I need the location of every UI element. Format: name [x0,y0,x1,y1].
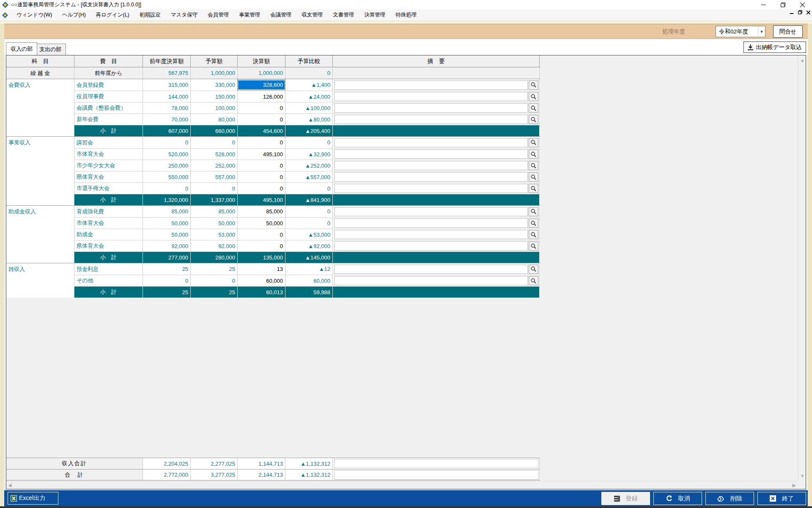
settlement-amount-cell[interactable]: 0 [238,240,285,251]
search-button[interactable] [529,149,538,159]
settlement-amount-cell[interactable]: 85,000 [238,206,285,217]
scroll-up-icon[interactable]: ▲ [800,58,805,63]
table-row: 市体育大会50,00050,00050,0000 [74,217,540,229]
menu-item[interactable]: 事業管理 [234,10,265,20]
menu-item[interactable]: ヘルプ(H) [57,10,91,20]
menu-item[interactable]: 収支管理 [296,10,328,20]
settlement-amount-cell[interactable]: 50,000 [238,218,285,229]
subtotal-row: 小 計607,000660,000454,600▲205,400 [74,125,540,136]
settlement-amount-cell[interactable]: 0 [238,183,285,194]
search-button[interactable] [529,230,538,239]
remarks-cell [333,171,540,182]
menu-item[interactable]: 決算管理 [359,10,390,20]
account-group: 事業収入講習会0000市体育大会520,000528,000495,100▲32… [6,136,540,205]
column-header: 科 目 [6,55,74,67]
search-button[interactable] [529,276,538,285]
remarks-input[interactable] [334,172,528,182]
search-button[interactable] [529,207,538,216]
vertical-scrollbar[interactable]: ▲ ▼ [798,55,806,481]
remarks-input[interactable] [334,207,528,216]
menu-item[interactable]: 会員管理 [203,10,234,20]
settlement-amount-cell[interactable]: 60,000 [238,275,285,286]
search-button[interactable] [529,218,538,228]
remarks-cell [333,275,540,286]
menu-item[interactable]: 初期設定 [134,10,166,20]
value-cell: 92,000 [191,240,238,251]
value-cell: 0 [191,183,238,194]
settlement-amount-cell[interactable]: 0 [238,114,285,125]
total-value-cell: 2,204,025 [143,458,191,469]
settlement-amount-cell[interactable]: 126,000 [238,91,285,102]
caret-down-icon[interactable]: ▼ [758,26,765,37]
remarks-input[interactable] [334,138,528,147]
search-button[interactable] [529,184,538,193]
value-cell: 150,000 [191,91,238,102]
horizontal-scrollbar[interactable]: ◀ ▶ [6,481,798,489]
cashbook-import-button[interactable]: 出納帳データ取込 [743,41,806,53]
exit-button[interactable]: 終了 [757,492,806,505]
inquiry-button[interactable]: 問合せ [773,25,803,38]
menu-item[interactable]: 会議管理 [265,10,296,20]
excel-export-button[interactable]: Excel出力 [8,492,58,505]
mdi-close-button[interactable] [807,11,810,14]
menu-item[interactable]: 文書管理 [328,10,359,20]
settlement-amount-cell[interactable]: 0 [238,229,285,240]
search-button[interactable] [529,80,538,90]
year-dropdown[interactable]: 令和02年度 ▼ [716,26,765,37]
mdi-minimize-button[interactable] [790,11,794,14]
remarks-input[interactable] [334,92,528,101]
restore-button[interactable] [773,0,793,9]
tab-income-section[interactable]: 収入の部 [6,42,37,55]
value-cell: 550,000 [143,171,191,182]
search-button[interactable] [529,138,538,147]
value-cell: 315,000 [143,79,191,91]
item-cell: 役員理事費 [74,91,143,102]
remarks-cell [333,149,540,160]
search-button[interactable] [529,241,538,251]
scroll-down-icon[interactable]: ▼ [800,474,805,478]
remarks-input[interactable] [334,149,528,159]
value-cell: 53,000 [191,229,238,240]
menu-item[interactable]: マスタ保守 [166,10,203,20]
settlement-amount-cell[interactable]: 0 [238,102,285,113]
settlement-amount-cell[interactable]: 495,100 [238,149,285,160]
search-button[interactable] [529,92,538,101]
mdi-restore-button[interactable] [798,10,802,14]
scroll-right-icon[interactable]: ▶ [793,483,796,488]
menu-item[interactable]: 特殊処理 [390,10,422,20]
search-button[interactable] [529,161,538,170]
remarks-input[interactable] [334,184,528,193]
remarks-input[interactable] [334,241,528,251]
total-value-cell: 3,277,025 [191,469,238,480]
settlement-amount-cell[interactable]: 0 [238,171,285,182]
search-button[interactable] [529,172,538,182]
mdi-window-controls [790,10,810,14]
search-button[interactable] [529,265,538,274]
menu-item[interactable]: ウィンドウ(W) [11,10,57,20]
remarks-input[interactable] [334,265,528,274]
remarks-input[interactable] [334,80,528,90]
close-button[interactable] [793,0,812,9]
settlement-amount-cell[interactable]: 0 [238,160,285,171]
remarks-input[interactable] [334,218,528,228]
search-button[interactable] [529,103,538,113]
settlement-amount-cell[interactable]: 13 [238,263,285,275]
remarks-input[interactable] [334,103,528,113]
settlement-amount-cell[interactable]: 328,600 [238,79,285,91]
item-cell: 助成金 [74,229,143,240]
search-button[interactable] [529,115,538,124]
tab-expense-section[interactable]: 支出の部 [35,44,66,55]
remarks-input[interactable] [334,230,528,239]
delete-button[interactable]: 削除 [705,492,754,505]
remarks-input[interactable] [334,115,528,124]
remarks-input[interactable] [334,276,528,285]
scroll-left-icon[interactable]: ◀ [8,483,11,488]
value-cell: ▲92,000 [285,240,333,251]
selected-cell-value[interactable]: 328,600 [238,80,285,89]
cancel-button[interactable]: 取消 [653,492,702,505]
subtotal-label-cell: 小 計 [74,252,143,263]
settlement-amount-cell[interactable]: 0 [238,137,285,148]
menu-item[interactable]: 再ログイン(L) [91,10,134,20]
remarks-input[interactable] [334,161,528,170]
minimize-button[interactable] [754,0,773,9]
